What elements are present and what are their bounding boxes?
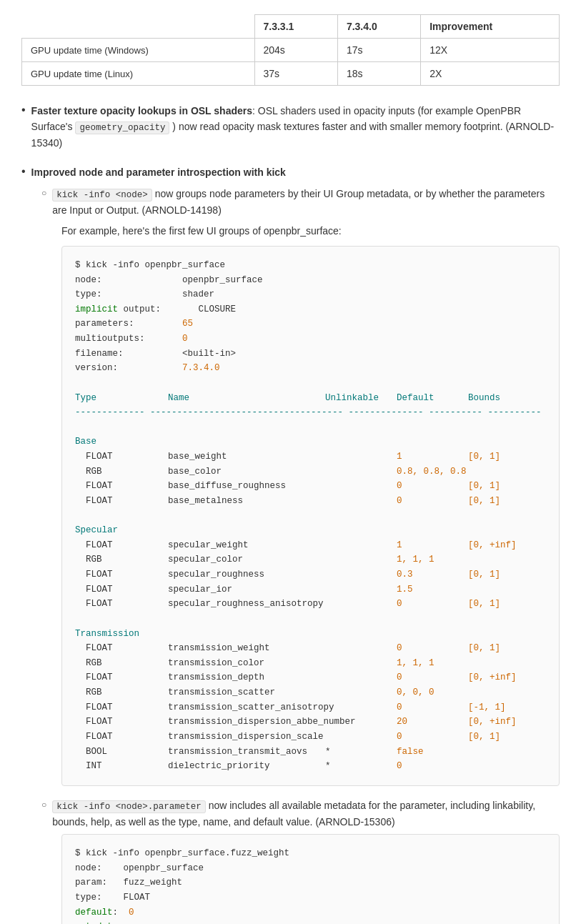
cb1-row-base-metalness: FLOAT base_metalness 0 [0, 1] — [75, 494, 546, 509]
cb1-filename: filename: <built-in> — [75, 347, 546, 362]
code-block-1: $ kick -info openpbr_surface node: openp… — [61, 246, 560, 786]
table-cell-improvement: 12X — [421, 39, 560, 62]
sub-bullet-item-1: ○ kick -info <node> now groups node para… — [41, 186, 560, 218]
cb1-row-trans-color: RGB transmission_color 1, 1, 1 — [75, 656, 546, 671]
cb1-row-trans-disp-scale: FLOAT transmission_dispersion_scale 0 [0… — [75, 730, 546, 745]
performance-table: 7.3.3.1 7.3.4.0 Improvement GPU update t… — [21, 14, 560, 86]
table-header-7331: 7.3.3.1 — [254, 15, 337, 39]
code-block-2: $ kick -info openpbr_surface.fuzz_weight… — [61, 834, 560, 924]
cb1-implicit: implicit output: CLOSURE — [75, 302, 546, 317]
cb1-row-spec-roughness: FLOAT specular_roughness 0.3 [0, 1] — [75, 567, 546, 582]
cb1-section-specular: Specular — [75, 523, 546, 538]
cb1-row-spec-aniso: FLOAT specular_roughness_anisotropy 0 [0… — [75, 597, 546, 612]
table-cell-7331: 204s — [254, 39, 337, 62]
sub-bullet-dot-1: ○ — [41, 188, 46, 198]
cb1-version: version: 7.3.4.0 — [75, 361, 546, 376]
cb2-type: type: FLOAT — [75, 890, 546, 905]
inline-code-kick-info-node: kick -info <node> — [52, 189, 152, 202]
cb1-section-base: Base — [75, 434, 546, 449]
sub-bullet-item-2: ○ kick -info <node>.parameter now includ… — [41, 798, 560, 830]
table-header-empty — [22, 15, 255, 39]
cb2-node: node: openpbr_surface — [75, 861, 546, 876]
cb1-command: $ kick -info openpbr_surface — [75, 258, 546, 273]
cb2-command: $ kick -info openpbr_surface.fuzz_weight — [75, 846, 546, 861]
cb1-row-trans-depth: FLOAT transmission_depth 0 [0, +inf] — [75, 670, 546, 685]
cb1-row-trans-scatter: RGB transmission_scatter 0, 0, 0 — [75, 685, 546, 700]
cb1-col-headers: Type Name Unlinkable Default Bounds — [75, 391, 546, 406]
cb1-row-spec-color: RGB specular_color 1, 1, 1 — [75, 552, 546, 567]
inline-code-geometry-opacity: geometry_opacity — [75, 121, 169, 134]
cb1-node: node: openpbr_surface — [75, 273, 546, 288]
cb1-type: type: shader — [75, 287, 546, 302]
bullet-dot-2: • — [21, 165, 26, 178]
cb1-row-trans-weight: FLOAT transmission_weight 0 [0, 1] — [75, 641, 546, 656]
example-text-1: For example, here's the first few UI gro… — [61, 223, 560, 239]
table-row: GPU update time (Linux) 37s 18s 2X — [22, 62, 560, 86]
cb1-row-trans-disp-abbe: FLOAT transmission_dispersion_abbe_numbe… — [75, 715, 546, 730]
cb1-row-trans-aovs: BOOL transmission_transmit_aovs * false — [75, 745, 546, 760]
sub-bullet-text-2: kick -info <node>.parameter now includes… — [52, 798, 560, 830]
bullet-faster-texture: • Faster texture opacity lookups in OSL … — [21, 103, 560, 151]
sub-bullet-dot-2: ○ — [41, 800, 46, 810]
table-cell-improvement: 2X — [421, 62, 560, 86]
cb1-row-dielectric: INT dielectric_priority * 0 — [75, 759, 546, 774]
cb2-default: default: 0 — [75, 905, 546, 920]
table-cell-7340: 18s — [337, 62, 420, 86]
cb2-metadata: metadata: — [75, 920, 546, 924]
table-header-improvement: Improvement — [421, 15, 560, 39]
table-cell-7340: 17s — [337, 39, 420, 62]
cb1-row-base-diffuse: FLOAT base_diffuse_roughness 0 [0, 1] — [75, 479, 546, 494]
inline-code-kick-info-param: kick -info <node>.parameter — [52, 800, 206, 813]
cb1-row-base-weight: FLOAT base_weight 1 [0, 1] — [75, 449, 546, 465]
cb1-row-base-color: RGB base_color 0.8, 0.8, 0.8 — [75, 465, 546, 480]
bullet-improved-node-text: Improved node and parameter introspectio… — [31, 164, 286, 180]
cb1-row-spec-ior: FLOAT specular_ior 1.5 — [75, 582, 546, 597]
bullet-faster-texture-bold: Faster texture opacity lookups in OSL sh… — [31, 105, 252, 116]
bullet-faster-texture-text: Faster texture opacity lookups in OSL sh… — [31, 103, 560, 151]
bullet-improved-node: • Improved node and parameter introspect… — [21, 164, 560, 924]
sub-bullet-list-1: ○ kick -info <node> now groups node para… — [41, 186, 560, 924]
cb1-parameters: parameters: 65 — [75, 317, 546, 332]
bullet-improved-node-bold: Improved node and parameter introspectio… — [31, 167, 286, 178]
cb1-row-trans-scatter-aniso: FLOAT transmission_scatter_anisotropy 0 … — [75, 700, 546, 715]
table-header-7340: 7.3.4.0 — [337, 15, 420, 39]
table-cell-7331: 37s — [254, 62, 337, 86]
table-cell-label: GPU update time (Linux) — [22, 62, 255, 86]
bullet-dot-1: • — [21, 104, 26, 116]
table-row: GPU update time (Windows) 204s 17s 12X — [22, 39, 560, 62]
table-cell-label: GPU update time (Windows) — [22, 39, 255, 62]
cb1-row-spec-weight: FLOAT specular_weight 1 [0, +inf] — [75, 538, 546, 553]
cb1-section-transmission: Transmission — [75, 627, 546, 642]
cb1-multioutputs: multioutputs: 0 — [75, 332, 546, 347]
sub-bullet-text-1: kick -info <node> now groups node parame… — [52, 186, 560, 218]
cb2-param: param: fuzz_weight — [75, 875, 546, 890]
cb1-separator: ------------- --------------------------… — [75, 405, 546, 420]
